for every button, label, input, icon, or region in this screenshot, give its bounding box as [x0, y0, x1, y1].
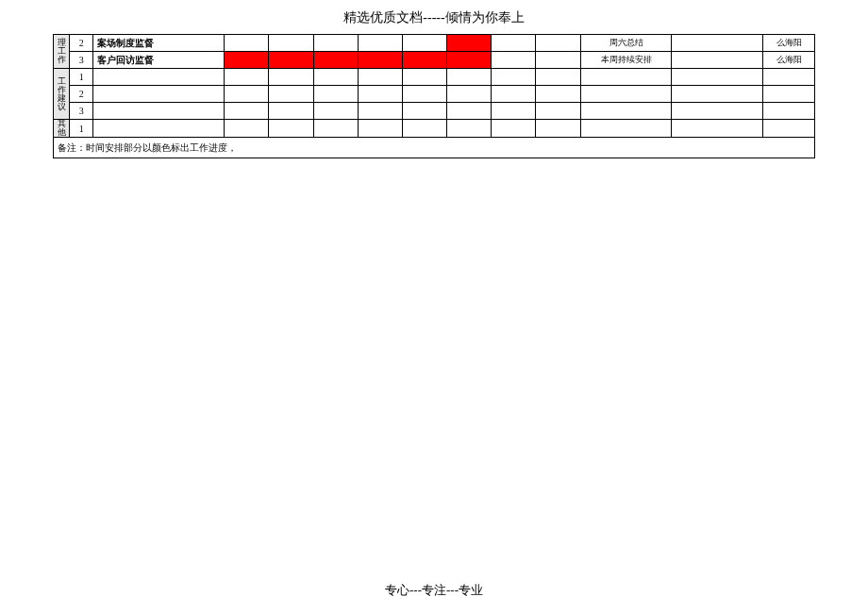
- note-cell: [580, 86, 672, 103]
- day-cell: [492, 35, 536, 52]
- day-cell: [536, 35, 580, 52]
- day-cell: [492, 120, 536, 138]
- table-row: 其他 1: [54, 120, 815, 138]
- day-cell: [536, 103, 580, 120]
- day-cell: [225, 69, 269, 86]
- day-cell: [536, 69, 580, 86]
- person-cell: [763, 103, 815, 120]
- person-cell: [763, 69, 815, 86]
- day-cell-filled: [447, 52, 492, 69]
- table-row: 2: [54, 86, 815, 103]
- day-cell: [536, 86, 580, 103]
- day-cell: [358, 120, 402, 138]
- day-cell: [492, 86, 536, 103]
- day-cell-filled: [447, 35, 492, 52]
- day-cell: [447, 120, 492, 138]
- schedule-table: 理工作 2 案场制度监督 周六总结 么海阳 3 客户回访监督: [53, 34, 815, 158]
- day-cell: [447, 86, 492, 103]
- day-cell: [313, 35, 358, 52]
- table-wrapper: 理工作 2 案场制度监督 周六总结 么海阳 3 客户回访监督: [0, 34, 868, 158]
- day-cell: [402, 120, 446, 138]
- day-cell-filled: [269, 52, 313, 69]
- page-header: 精选优质文档-----倾情为你奉上: [0, 0, 868, 34]
- person-cell: [763, 120, 815, 138]
- note-cell: [580, 69, 672, 86]
- day-cell: [269, 120, 313, 138]
- day-cell: [492, 52, 536, 69]
- day-cell: [269, 35, 313, 52]
- person-cell: 么海阳: [763, 35, 815, 52]
- note-cell: 本周持续安排: [580, 52, 672, 69]
- day-cell: [402, 103, 446, 120]
- task-name: [93, 69, 225, 86]
- day-cell-filled: [225, 52, 269, 69]
- day-cell: [225, 35, 269, 52]
- table-row: 工作建议 1: [54, 69, 815, 86]
- page-footer: 专心---专注---专业: [0, 582, 868, 599]
- side-label-1: 理工作: [54, 35, 70, 69]
- day-cell: [225, 86, 269, 103]
- task-name: [93, 103, 225, 120]
- row-num: 2: [70, 35, 93, 52]
- note-cell: [580, 120, 672, 138]
- person-cell: [763, 86, 815, 103]
- extra-cell: [672, 103, 763, 120]
- row-num: 3: [70, 103, 93, 120]
- day-cell: [358, 86, 402, 103]
- day-cell: [402, 69, 446, 86]
- day-cell: [313, 103, 358, 120]
- day-cell: [447, 103, 492, 120]
- side-label-3: 其他: [54, 120, 70, 138]
- table-row: 3: [54, 103, 815, 120]
- day-cell: [402, 35, 446, 52]
- table-row: 理工作 2 案场制度监督 周六总结 么海阳: [54, 35, 815, 52]
- task-name: 客户回访监督: [93, 52, 225, 69]
- day-cell: [313, 86, 358, 103]
- extra-cell: [672, 69, 763, 86]
- day-cell: [313, 120, 358, 138]
- day-cell: [447, 69, 492, 86]
- day-cell: [269, 103, 313, 120]
- day-cell: [492, 69, 536, 86]
- side-label-2: 工作建议: [54, 69, 70, 120]
- day-cell: [358, 69, 402, 86]
- row-num: 1: [70, 69, 93, 86]
- task-name: 案场制度监督: [93, 35, 225, 52]
- day-cell: [536, 120, 580, 138]
- day-cell: [358, 103, 402, 120]
- day-cell-filled: [402, 52, 446, 69]
- extra-cell: [672, 120, 763, 138]
- row-num: 3: [70, 52, 93, 69]
- day-cell: [358, 35, 402, 52]
- day-cell: [225, 120, 269, 138]
- remark-row: 备注：时间安排部分以颜色标出工作进度，: [54, 138, 815, 158]
- extra-cell: [672, 86, 763, 103]
- day-cell: [225, 103, 269, 120]
- row-num: 2: [70, 86, 93, 103]
- day-cell-filled: [358, 52, 402, 69]
- table-row: 3 客户回访监督 本周持续安排 么海阳: [54, 52, 815, 69]
- note-cell: 周六总结: [580, 35, 672, 52]
- row-num: 1: [70, 120, 93, 138]
- day-cell: [313, 69, 358, 86]
- note-cell: [580, 103, 672, 120]
- day-cell: [536, 52, 580, 69]
- task-name: [93, 120, 225, 138]
- day-cell: [269, 69, 313, 86]
- task-name: [93, 86, 225, 103]
- remark-text: 备注：时间安排部分以颜色标出工作进度，: [54, 138, 815, 158]
- day-cell: [402, 86, 446, 103]
- day-cell: [269, 86, 313, 103]
- extra-cell: [672, 35, 763, 52]
- day-cell: [492, 103, 536, 120]
- day-cell-filled: [313, 52, 358, 69]
- extra-cell: [672, 52, 763, 69]
- person-cell: 么海阳: [763, 52, 815, 69]
